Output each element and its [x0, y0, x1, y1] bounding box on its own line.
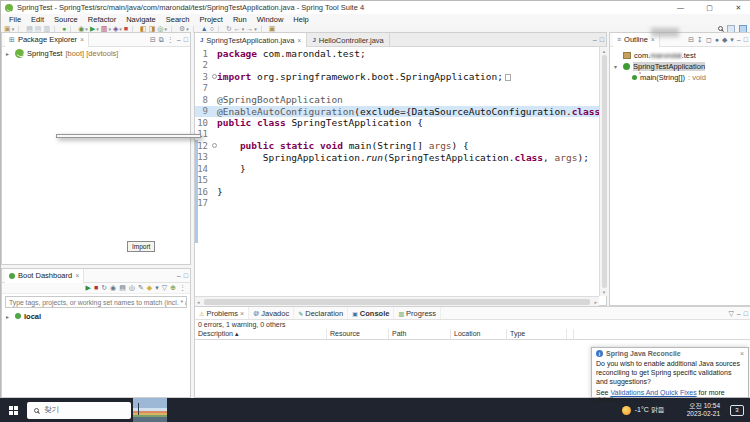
scroll-right-icon[interactable]: ▸ — [592, 299, 599, 305]
menu-help[interactable]: Help — [288, 15, 313, 24]
tree-item-local[interactable]: ▸ local — [2, 310, 190, 322]
outline-item-2[interactable]: smain(String[]) : void — [610, 72, 750, 83]
minimize-icon[interactable]: – — [737, 310, 741, 318]
tab-package-explorer[interactable]: ⊞ Package Explorer × — [5, 33, 89, 47]
boot-dashboard-filter-input[interactable]: Type tags, projects, or working set name… — [5, 296, 187, 308]
code-editor[interactable]: 1package com.marondal.test;23import org.… — [195, 47, 599, 296]
outline-hide-static-members-icon[interactable]: ● — [715, 36, 719, 44]
collapse-all-icon[interactable]: ⊟ — [150, 36, 156, 44]
bootdash-start-icon[interactable]: ▶ — [86, 284, 91, 292]
bootdash-open-browser-icon[interactable]: ◎ — [129, 284, 135, 292]
menu-source[interactable]: Source — [49, 15, 83, 24]
bootdash-debug-icon[interactable]: ◉ — [110, 284, 116, 292]
taskbar-clock[interactable]: 오전 10:54 2023-02-21 — [687, 402, 720, 418]
tree-item-springtest-project[interactable]: ▸ SpringTest [boot] [devtools] — [2, 47, 190, 59]
fold-marker-icon[interactable] — [212, 74, 217, 79]
editor-tab-hellocontroller-java[interactable]: JHelloController.java — [307, 33, 389, 47]
menu-file[interactable]: File — [4, 15, 26, 24]
tab-boot-dashboard[interactable]: Boot Dashboard × — [5, 269, 84, 283]
outline-maximize-icon[interactable]: □ — [744, 36, 748, 44]
view-menu-icon[interactable]: ⋮ — [167, 36, 174, 44]
maximize-icon[interactable]: □ — [744, 310, 748, 318]
close-view-icon[interactable]: × — [75, 272, 79, 279]
column-header-path[interactable]: Path — [389, 329, 451, 339]
fold-marker-icon[interactable] — [212, 143, 217, 148]
window-minimize-button[interactable]: — — [668, 1, 693, 14]
editor-vertical-scrollbar[interactable]: ▴ ▾ — [599, 47, 608, 296]
outline-minimize-icon[interactable]: – — [737, 36, 741, 44]
bootdash-view-menu-icon[interactable]: ⋮ — [179, 284, 186, 292]
scroll-down-icon[interactable]: ▾ — [603, 289, 606, 295]
code-text: } — [217, 163, 246, 174]
menu-edit[interactable]: Edit — [26, 15, 49, 24]
outline-item-0[interactable]: com.marondal.test — [610, 50, 750, 61]
editor-tab-springtestapplication-java[interactable]: JSpringTestApplication.java× — [195, 33, 307, 47]
menu-navigate[interactable]: Navigate — [121, 15, 161, 24]
notification-close-icon[interactable]: × — [740, 350, 744, 357]
close-tab-icon[interactable]: × — [297, 37, 301, 44]
column-header-resource[interactable]: Resource — [327, 329, 389, 339]
bootdash-open-console-icon[interactable]: ▤ — [119, 284, 126, 292]
outline-collapse-all-icon[interactable]: ⊟ — [688, 36, 694, 44]
search-icon[interactable] — [718, 26, 723, 31]
tab-progress[interactable]: ▥Progress — [394, 307, 441, 319]
tab-console[interactable]: ▣Console — [348, 307, 394, 319]
editor-horizontal-scrollbar[interactable]: ◂ ▸ — [195, 296, 599, 306]
menu-project[interactable]: Project — [195, 15, 228, 24]
column-header-location[interactable]: Location — [451, 329, 507, 339]
expander-icon[interactable]: ▸ — [6, 313, 12, 320]
tab-javadoc[interactable]: @Javadoc — [249, 307, 294, 319]
column-header-type[interactable]: Type — [507, 329, 567, 339]
bootdash-add-icon[interactable]: ⊕ — [170, 284, 176, 292]
menu-refactor[interactable]: Refactor — [83, 15, 121, 24]
bootdash-properties-icon[interactable]: ✎ — [138, 284, 144, 292]
taskbar-search-box[interactable]: 찾기 — [27, 402, 131, 419]
widgets-weather-image[interactable] — [133, 398, 167, 422]
bootdash-stop-icon[interactable]: ■ — [94, 284, 98, 292]
code-text: public static void main(String[] args) { — [217, 140, 469, 151]
minimize-icon[interactable]: – — [177, 272, 181, 280]
outline-item-1[interactable]: ▾SpringTestApplication — [610, 61, 750, 72]
link-with-editor-icon[interactable]: ⧉ — [159, 36, 164, 44]
maximize-icon[interactable]: □ — [184, 272, 188, 280]
notification-center-icon[interactable]: 3 — [730, 405, 744, 416]
scroll-up-icon[interactable]: ▴ — [603, 48, 606, 54]
bottom-tab-label: Console — [360, 309, 390, 318]
column-header-description[interactable]: Description ▴ — [195, 329, 327, 339]
menu-run[interactable]: Run — [228, 15, 252, 24]
outline-hide-non-public-icon[interactable]: ◆ — [722, 36, 727, 44]
window-close-button[interactable]: ✕ — [726, 1, 750, 14]
menu-search[interactable]: Search — [161, 15, 195, 24]
code-text: @EnableAutoConfiguration(exclude={DataSo… — [217, 106, 599, 117]
outline-hide-fields-icon[interactable]: ◻ — [706, 36, 712, 44]
start-button[interactable] — [0, 398, 26, 422]
close-view-icon[interactable]: × — [651, 36, 655, 43]
outline-sort-icon[interactable]: ↧ — [697, 36, 703, 44]
bootdash-filter-icon[interactable]: ▽ — [162, 284, 167, 292]
spring-project-icon — [15, 49, 24, 58]
menu-window[interactable]: Window — [252, 15, 289, 24]
horizontal-scroll-thumb[interactable] — [204, 299, 591, 305]
collapsed-region-icon[interactable] — [505, 74, 511, 81]
range-indicator — [195, 140, 198, 243]
close-view-icon[interactable]: × — [80, 36, 84, 43]
tab-declaration[interactable]: ✎Declaration — [294, 307, 348, 319]
expander-icon[interactable]: ▾ — [614, 63, 620, 70]
maximize-icon[interactable]: □ — [600, 36, 604, 44]
tab-problems[interactable]: ⚠Problems× — [195, 307, 249, 319]
close-tab-icon[interactable]: × — [240, 310, 244, 317]
filter-icon[interactable]: ▽ — [728, 310, 733, 318]
minimize-icon[interactable]: – — [593, 36, 597, 44]
bootdash-tips-icon[interactable]: ◆ — [147, 284, 152, 292]
scroll-left-icon[interactable]: ◂ — [195, 299, 202, 305]
taskbar-weather[interactable]: -1°C 맑음 — [622, 405, 665, 415]
bootdash-restart-icon[interactable]: ↻ — [101, 284, 107, 292]
validations-link[interactable]: Validations And Quick Fixes — [610, 389, 696, 396]
outline-view-menu-icon[interactable]: ▾ — [730, 36, 734, 44]
bootdash-tips-caret-icon[interactable]: ▾ — [155, 284, 159, 292]
window-maximize-button[interactable]: ▢ — [697, 1, 722, 14]
vertical-scroll-thumb[interactable] — [602, 55, 607, 288]
maximize-icon[interactable]: □ — [184, 36, 188, 44]
minimize-icon[interactable]: – — [177, 36, 181, 44]
expander-icon[interactable]: ▸ — [6, 50, 12, 57]
